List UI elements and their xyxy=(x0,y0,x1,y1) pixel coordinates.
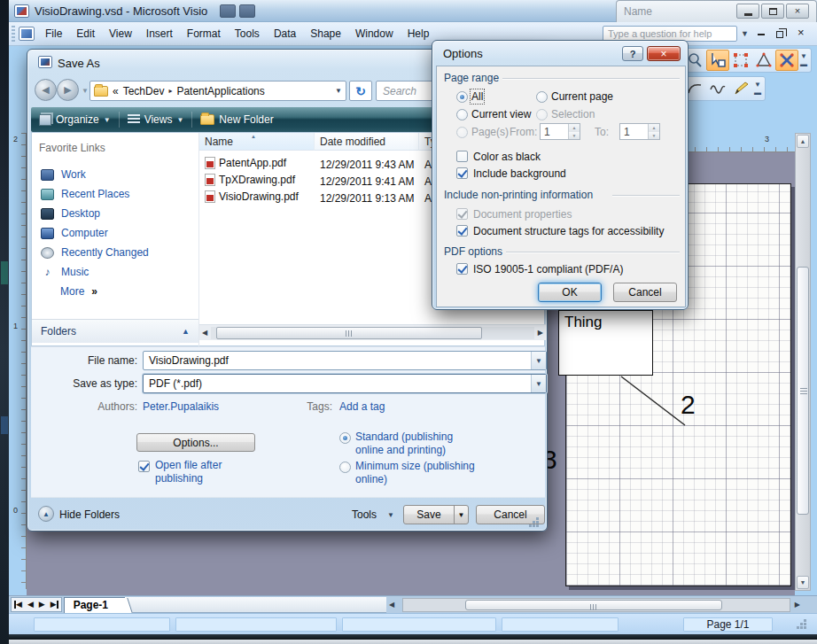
sidebar-item-recently-changed[interactable]: Recently Changed xyxy=(41,246,149,259)
menu-item-insert[interactable]: Insert xyxy=(139,26,180,42)
forward-icon[interactable]: ▶ xyxy=(57,79,79,101)
hide-folders-icon[interactable]: ▲ xyxy=(38,506,54,522)
pencil-tool-icon[interactable] xyxy=(729,78,752,99)
next-page-icon[interactable]: ▶ xyxy=(39,601,45,609)
save-as-type-select[interactable]: PDF (*.pdf) ▼ xyxy=(143,374,547,393)
minimize-button[interactable] xyxy=(736,4,759,19)
last-page-icon[interactable]: ▶ xyxy=(51,601,58,609)
tab-page-1[interactable]: Page-1 xyxy=(64,597,125,613)
current-view-radio-label[interactable]: Current view xyxy=(471,108,531,120)
toolbar-overflow-icon[interactable]: ▼▬ xyxy=(800,52,807,68)
views-button[interactable]: Views ▼ xyxy=(120,107,192,132)
connector-tool-icon[interactable] xyxy=(775,50,798,71)
minimum-size-radio[interactable] xyxy=(339,462,351,473)
hide-folders-label[interactable]: Hide Folders xyxy=(59,508,120,521)
tools-menu[interactable]: Tools xyxy=(352,508,377,521)
doc-close-button[interactable]: × xyxy=(798,27,805,38)
horizontal-scrollbar[interactable] xyxy=(402,598,790,612)
combo-dropdown-icon[interactable]: ▼ xyxy=(531,352,546,369)
current-view-radio[interactable] xyxy=(456,109,468,120)
menu-item-file[interactable]: File xyxy=(38,26,69,42)
cancel-button[interactable]: Cancel xyxy=(476,505,545,524)
open-file-after-checkbox[interactable] xyxy=(138,461,150,472)
resize-grip-icon[interactable] xyxy=(804,619,806,622)
document-structure-label[interactable]: Document structure tags for accessibilit… xyxy=(473,225,664,237)
scroll-up-icon[interactable]: ▲ xyxy=(797,135,809,148)
file-row[interactable]: VisioDrawing.pdf xyxy=(205,190,299,203)
breadcrumb-prefix[interactable]: « xyxy=(113,85,119,97)
breadcrumb-techdev[interactable]: TechDev xyxy=(123,85,165,97)
sidebar-item-work[interactable]: Work xyxy=(41,168,86,181)
hscroll-left-icon[interactable]: ◀ xyxy=(199,329,210,337)
include-background-checkbox[interactable] xyxy=(456,167,468,179)
color-as-black-checkbox[interactable] xyxy=(456,151,468,162)
menu-item-window[interactable]: Window xyxy=(348,26,401,42)
hscroll-left-icon[interactable]: ◀ xyxy=(386,596,397,613)
folders-expander[interactable]: Folders ▲ xyxy=(32,319,198,343)
toolbar-grip[interactable] xyxy=(12,26,15,42)
sidebar-item-recent-places[interactable]: Recent Places xyxy=(41,188,129,200)
dialog-resize-grip-icon[interactable] xyxy=(536,517,539,520)
callout-2-label[interactable]: 2 xyxy=(681,390,696,420)
iso-compliant-label[interactable]: ISO 19005-1 compliant (PDF/A) xyxy=(473,263,623,275)
sidebar-item-computer[interactable]: Computer xyxy=(41,227,108,239)
document-structure-checkbox[interactable] xyxy=(456,225,468,237)
sidebar-item-more[interactable]: More » xyxy=(60,285,97,298)
toolbar-overflow-icon[interactable]: ▼▬ xyxy=(754,81,761,97)
file-list-hscrollbar[interactable]: ◀ ▶ xyxy=(199,324,546,340)
refresh-icon[interactable]: ↻ xyxy=(349,81,372,101)
close-button[interactable]: × xyxy=(786,4,809,19)
options-button[interactable]: Options... xyxy=(136,433,255,452)
breadcrumb[interactable]: « TechDev ▸ PatentApplications ▼ xyxy=(89,81,346,101)
help-dropdown-arrow-icon[interactable]: ▼ xyxy=(741,29,749,38)
tags-value[interactable]: Add a tag xyxy=(339,400,385,413)
open-file-after-label[interactable]: Open file after publishing xyxy=(155,459,251,485)
hscroll-right-icon[interactable]: ▶ xyxy=(792,596,803,613)
authors-value[interactable]: Peter.Pupalaikis xyxy=(143,400,219,413)
help-icon[interactable]: ? xyxy=(622,46,643,61)
close-icon[interactable]: × xyxy=(647,46,681,61)
doc-restore-button[interactable] xyxy=(776,29,783,40)
back-icon[interactable]: ◀ xyxy=(35,79,57,101)
sidebar-item-music[interactable]: ♪ Music xyxy=(41,266,89,278)
all-radio-label[interactable]: All xyxy=(471,90,483,103)
marquee-tool-icon[interactable] xyxy=(729,50,752,71)
minimum-size-radio-label[interactable]: Minimum size (publishing online) xyxy=(355,460,488,486)
organize-button[interactable]: Organize ▼ xyxy=(31,107,119,132)
iso-compliant-checkbox[interactable] xyxy=(456,263,468,275)
maximize-button[interactable] xyxy=(761,4,784,19)
menu-item-shape[interactable]: Shape xyxy=(303,26,348,42)
freeform-tool-icon[interactable] xyxy=(706,78,729,99)
doc-minimize-button[interactable] xyxy=(758,27,765,38)
breadcrumb-patentapplications[interactable]: PatentApplications xyxy=(176,85,264,97)
menu-item-tools[interactable]: Tools xyxy=(228,26,267,42)
recent-pages-arrow-icon[interactable]: ▼ xyxy=(82,87,89,95)
cancel-button[interactable]: Cancel xyxy=(613,283,677,302)
first-page-icon[interactable]: ◀ xyxy=(14,601,22,609)
menu-item-edit[interactable]: Edit xyxy=(69,26,102,42)
address-dropdown-icon[interactable]: ▼ xyxy=(335,87,342,95)
hscroll-thumb[interactable] xyxy=(216,327,482,339)
menu-item-format[interactable]: Format xyxy=(180,26,228,42)
column-header-name[interactable]: Name ▲ xyxy=(199,133,315,151)
file-row[interactable]: TpXDrawing.pdf xyxy=(205,174,295,186)
menu-item-data[interactable]: Data xyxy=(267,26,303,42)
vertical-scrollbar[interactable]: ▲ ▼ xyxy=(795,133,811,591)
horizontal-scrollbar-thumb[interactable] xyxy=(465,600,722,610)
include-background-label[interactable]: Include background xyxy=(473,167,566,180)
menu-item-view[interactable]: View xyxy=(102,26,139,42)
scroll-down-icon[interactable]: ▼ xyxy=(797,576,809,589)
color-as-black-label[interactable]: Color as black xyxy=(473,151,541,163)
file-row[interactable]: PatentApp.pdf xyxy=(205,157,286,169)
standard-radio-label[interactable]: Standard (publishing online and printing… xyxy=(355,431,472,457)
current-page-radio-label[interactable]: Current page xyxy=(551,90,613,103)
ok-button[interactable]: OK xyxy=(538,283,602,302)
file-name-input[interactable]: VisioDrawing.pdf ▼ xyxy=(143,351,547,370)
tools-dropdown-icon[interactable]: ▼ xyxy=(387,511,394,519)
hscroll-right-icon[interactable]: ▶ xyxy=(535,329,546,337)
standard-radio[interactable] xyxy=(339,432,351,444)
new-folder-button[interactable]: New Folder xyxy=(192,107,281,132)
column-header-date-modified[interactable]: Date modified xyxy=(315,133,419,151)
current-page-radio[interactable] xyxy=(536,91,548,103)
vertical-scrollbar-thumb[interactable] xyxy=(797,267,809,515)
